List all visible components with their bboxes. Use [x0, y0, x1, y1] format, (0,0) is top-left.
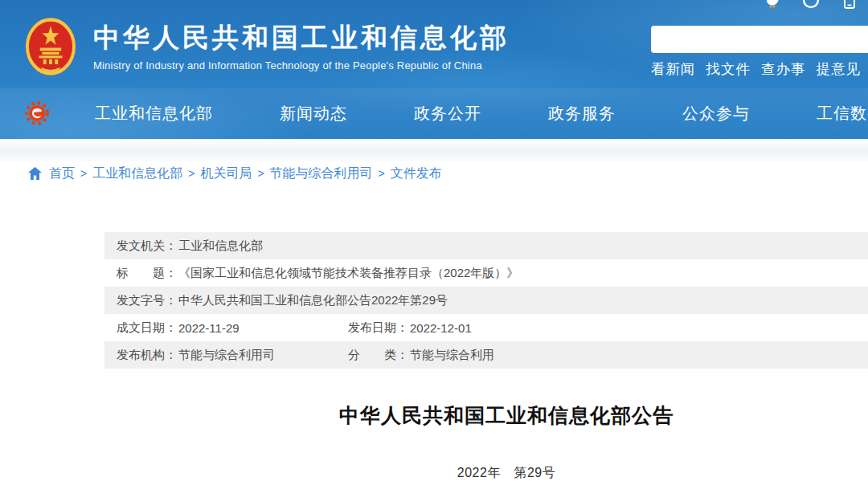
- document-content: 发文机关： 工业和信息化部 标 题： 《国家工业和信息化领域节能技术装备推荐目录…: [104, 232, 868, 482]
- meta-label: 分 类：: [348, 348, 408, 363]
- site-header: 中华人民共和国工业和信息化部 Ministry of Industry and …: [0, 0, 868, 139]
- meta-value: 工业和信息化部: [178, 238, 263, 254]
- meta-label: 发布日期：: [348, 320, 408, 336]
- meta-label: 发布机构：: [117, 348, 177, 363]
- breadcrumb-miit[interactable]: 工业和信息化部: [92, 165, 182, 182]
- national-emblem-logo: [24, 16, 77, 77]
- header-utility-icons: [762, 0, 868, 10]
- meta-value: 节能与综合利用: [410, 348, 494, 363]
- meta-value: 《国家工业和信息化领域节能技术装备推荐目录（2022年版）》: [178, 266, 518, 281]
- primary-navbar: 工业和信息化部 新闻动态 政务公开 政务服务 公众参与 工信数据: [0, 88, 868, 139]
- meta-label: 发文字号：: [117, 293, 177, 308]
- breadcrumb-home[interactable]: 首页: [49, 165, 75, 182]
- meta-row-document-number: 发文字号： 中华人民共和国工业和信息化部公告2022年第29号: [104, 287, 868, 314]
- breadcrumb-separator: >: [75, 167, 92, 180]
- nav-item-data[interactable]: 工信数据: [817, 103, 868, 124]
- header-shadow-strip: [0, 139, 868, 161]
- home-icon[interactable]: [28, 167, 42, 180]
- breadcrumb-separator: >: [252, 167, 269, 180]
- announcement-issue-number: 2022年 第29号: [104, 465, 868, 482]
- nav-item-miit[interactable]: 工业和信息化部: [95, 103, 213, 124]
- mobile-version-icon[interactable]: [839, 0, 860, 10]
- quick-link-services[interactable]: 查办事: [761, 59, 806, 79]
- meta-row-issuing-authority: 发文机关： 工业和信息化部: [104, 232, 868, 259]
- breadcrumb-separator: >: [182, 167, 200, 180]
- nav-item-news[interactable]: 新闻动态: [280, 103, 347, 124]
- meta-value: 中华人民共和国工业和信息化部公告2022年第29号: [178, 293, 448, 308]
- meta-value: 节能与综合利用司: [178, 348, 275, 363]
- breadcrumb-energy-dept[interactable]: 节能与综合利用司: [270, 165, 373, 182]
- dove-icon[interactable]: [762, 0, 783, 10]
- breadcrumb-departments[interactable]: 机关司局: [200, 165, 252, 182]
- breadcrumb-separator: >: [373, 167, 391, 180]
- breadcrumb-file-release[interactable]: 文件发布: [391, 165, 442, 182]
- quick-link-files[interactable]: 找文件: [706, 59, 751, 79]
- nav-item-public-participation[interactable]: 公众参与: [682, 103, 750, 124]
- meta-label: 标 题：: [117, 266, 177, 281]
- accessible-browse-icon[interactable]: [800, 0, 821, 10]
- search-input[interactable]: [651, 26, 868, 53]
- meta-row-title: 标 题： 《国家工业和信息化领域节能技术装备推荐目录（2022年版）》: [104, 259, 868, 287]
- meta-row-dates: 成文日期： 2022-11-29 发布日期： 2022-12-01: [104, 314, 868, 341]
- nav-item-gov-disclosure[interactable]: 政务公开: [414, 103, 481, 124]
- miit-gear-e-icon: [24, 100, 50, 126]
- miit-document-page: { "header": { "site_title": "中华人民共和国工业和信…: [0, 0, 868, 485]
- meta-label: 成文日期：: [117, 320, 177, 336]
- quick-link-feedback[interactable]: 提意见: [817, 59, 862, 79]
- meta-row-publisher-category: 发布机构： 节能与综合利用司 分 类： 节能与综合利用: [104, 341, 868, 369]
- site-subtitle-en: Ministry of Industry and Information Tec…: [93, 59, 510, 71]
- meta-value: 2022-11-29: [178, 321, 240, 335]
- meta-label: 发文机关：: [117, 238, 177, 254]
- meta-value: 2022-12-01: [410, 321, 472, 335]
- header-quick-links: 看新闻 找文件 查办事 提意见 查: [651, 59, 868, 79]
- nav-items: 工业和信息化部 新闻动态 政务公开 政务服务 公众参与 工信数据: [0, 103, 868, 124]
- quick-link-news[interactable]: 看新闻: [651, 59, 696, 79]
- site-title-block: 中华人民共和国工业和信息化部 Ministry of Industry and …: [93, 24, 510, 71]
- announcement-title: 中华人民共和国工业和信息化部公告: [104, 402, 868, 428]
- nav-item-gov-services[interactable]: 政务服务: [548, 103, 616, 124]
- breadcrumb: 首页 > 工业和信息化部 > 机关司局 > 节能与综合利用司 > 文件发布: [0, 161, 868, 185]
- site-title: 中华人民共和国工业和信息化部: [93, 24, 510, 51]
- document-meta-table: 发文机关： 工业和信息化部 标 题： 《国家工业和信息化领域节能技术装备推荐目录…: [104, 232, 868, 369]
